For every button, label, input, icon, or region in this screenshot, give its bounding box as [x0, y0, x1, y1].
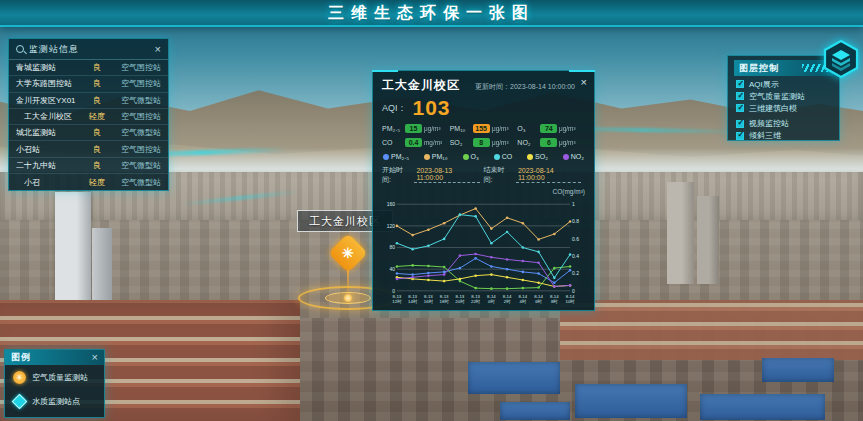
station-detail-popup: 工大金川校区 更新时间：2023-08-14 10:00:00 × AQI： 1…: [372, 70, 595, 311]
map-legend-panel: 图例 × ✳ 空气质量监测站 水质监测站点: [4, 349, 105, 418]
legend-item[interactable]: SO₂: [527, 153, 548, 160]
pollutant-so2: SO₂ 8 μg/m³: [450, 138, 518, 147]
industrial-roof: [468, 362, 560, 394]
svg-text:1: 1: [572, 202, 575, 207]
station-value: 轻度: [85, 111, 109, 122]
station-list-panel: 监测站信息 × 青城监测站 良 空气国控站 大学东路国控站 良 空气国控站 金川…: [8, 38, 169, 191]
end-time-label: 结束时间:: [484, 165, 512, 185]
svg-text:8-142时: 8-142时: [503, 294, 512, 304]
pollutant-name: PM₁₀: [450, 125, 473, 132]
svg-text:8-1318时: 8-1318时: [440, 294, 450, 304]
layer-item-air-stations[interactable]: 空气质量监测站: [728, 90, 839, 102]
pollutant-no2: NO₂ 6 μg/m³: [517, 138, 585, 147]
legend-item-air: ✳ 空气质量监测站: [5, 365, 104, 389]
svg-text:8-1322时: 8-1322时: [471, 294, 481, 304]
layer-item-aqi[interactable]: AQI展示: [728, 78, 839, 90]
station-type: 空气国控站: [109, 111, 161, 122]
layer-item-label: 视频监控站: [749, 118, 789, 129]
end-time-input[interactable]: 2023-08-14 11:00:00: [516, 167, 581, 183]
station-row[interactable]: 大学东路国控站 良 空气国控站: [9, 76, 168, 92]
legend-panel-header: 图例 ×: [5, 350, 104, 365]
page-title: 三维生态环保一张图: [0, 3, 863, 24]
checkbox-icon[interactable]: [736, 132, 744, 140]
pollutant-unit: μg/m³: [492, 139, 509, 145]
station-name: 小召站: [16, 144, 85, 155]
layer-item-oblique[interactable]: 倾斜三维: [728, 130, 839, 142]
pollutant-unit: mg/m³: [424, 139, 442, 145]
layer-item-label: 空气质量监测站: [749, 91, 805, 102]
svg-text:120: 120: [387, 224, 396, 229]
pollutant-value-badge: 0.4: [405, 138, 422, 147]
close-icon[interactable]: ×: [155, 44, 161, 55]
station-row[interactable]: 二十九中站 良 空气微型站: [9, 158, 168, 174]
pollutant-unit: μg/m³: [559, 139, 576, 145]
checkbox-icon[interactable]: [736, 92, 744, 100]
pollutant-name: SO₂: [450, 139, 473, 146]
station-value: 良: [85, 160, 109, 171]
station-row[interactable]: 小召 轻度 空气微型站: [9, 174, 168, 190]
building-block: [667, 182, 694, 284]
svg-text:8-148时: 8-148时: [550, 294, 559, 304]
industrial-roof: [575, 384, 687, 418]
legend-dot: [424, 154, 430, 160]
legend-item-water: 水质监测站点: [5, 389, 104, 413]
legend-dot: [494, 154, 500, 160]
station-value: 良: [85, 62, 109, 73]
pollutant-value-badge: 155: [473, 124, 490, 133]
pollutant-unit: μg/m³: [424, 125, 441, 131]
aqi-label: AQI：: [382, 102, 407, 115]
station-row[interactable]: 城北监测站 良 空气微型站: [9, 125, 168, 141]
legend-item[interactable]: CO: [494, 153, 513, 160]
layer-item-video[interactable]: 视频监控站: [728, 118, 839, 130]
station-row[interactable]: 青城监测站 良 空气国控站: [9, 60, 168, 76]
industrial-roof: [700, 394, 825, 420]
station-panel-title: 监测站信息: [29, 43, 155, 56]
pollutant-trend-chart[interactable]: 0408012016000.20.40.60.818-1312时8-1314时8…: [382, 196, 587, 314]
air-station-icon: ✳: [13, 371, 26, 384]
station-name: 大学东路国控站: [16, 78, 85, 89]
svg-text:160: 160: [387, 202, 396, 207]
svg-text:8-144时: 8-144时: [518, 294, 527, 304]
station-row[interactable]: 工大金川校区 轻度 空气国控站: [9, 109, 168, 125]
checkbox-icon[interactable]: [736, 120, 744, 128]
legend-dot: [383, 154, 389, 160]
svg-text:0.4: 0.4: [572, 254, 579, 259]
station-value: 轻度: [85, 177, 109, 188]
apartment-blocks: [560, 300, 863, 360]
layer-item-white-model[interactable]: 三维建筑白模: [728, 102, 839, 114]
legend-item-label: 空气质量监测站: [32, 372, 88, 383]
layer-panel-header: 图层控制: [734, 60, 833, 76]
legend-label: O₃: [471, 153, 479, 160]
station-name: 城北监测站: [16, 127, 85, 138]
svg-text:8-1314时: 8-1314时: [408, 294, 418, 304]
close-icon[interactable]: ×: [581, 76, 587, 88]
svg-text:8-1410时: 8-1410时: [565, 294, 575, 304]
station-type: 空气微型站: [109, 160, 161, 171]
station-row[interactable]: 金川开发区YX01 良 空气微型站: [9, 93, 168, 109]
checkbox-icon[interactable]: [736, 80, 744, 88]
start-time-input[interactable]: 2023-08-13 11:00:00: [414, 167, 479, 183]
svg-text:0.6: 0.6: [572, 237, 579, 242]
legend-dot: [563, 154, 569, 160]
water-station-icon: [12, 393, 28, 409]
layer-item-label: 倾斜三维: [749, 130, 781, 141]
close-icon[interactable]: ×: [92, 352, 98, 363]
update-time: 更新时间：2023-08-14 10:00:00: [475, 82, 585, 92]
pollutant-value-badge: 8: [473, 138, 490, 147]
legend-dot: [463, 154, 469, 160]
legend-label: PM₁₀: [432, 153, 448, 160]
station-type: 空气微型站: [109, 177, 161, 188]
pollutant-unit: μg/m³: [492, 125, 509, 131]
checkbox-icon[interactable]: [736, 104, 744, 112]
industrial-roof: [762, 358, 834, 382]
legend-item[interactable]: NO₂: [563, 153, 584, 160]
station-name: 二十九中站: [16, 160, 85, 171]
station-name: 工大金川校区: [16, 111, 85, 122]
station-row[interactable]: 小召站 良 空气国控站: [9, 141, 168, 157]
legend-item[interactable]: PM₂.₅: [383, 153, 409, 160]
legend-item[interactable]: PM₁₀: [424, 153, 448, 160]
legend-item[interactable]: O₃: [463, 153, 479, 160]
legend-label: CO: [502, 153, 513, 160]
layers-hexagon-icon[interactable]: [821, 39, 861, 79]
svg-text:8-1312时: 8-1312时: [392, 294, 402, 304]
